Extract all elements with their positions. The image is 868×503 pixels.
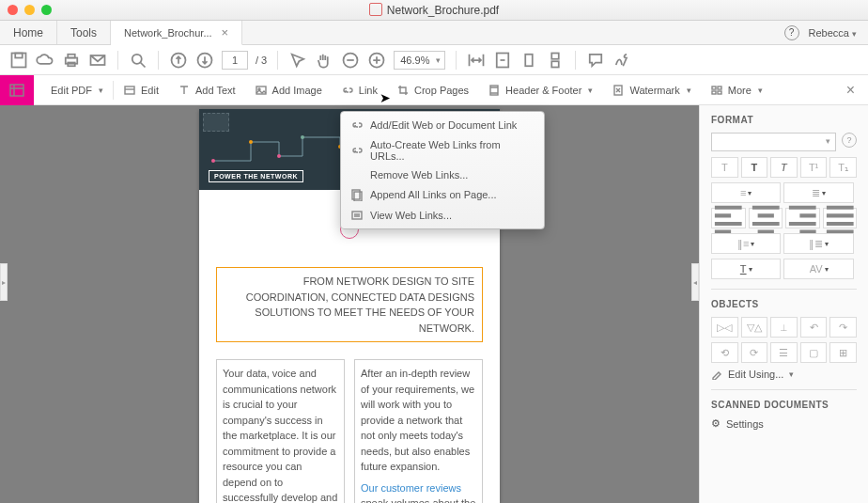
align-left-button[interactable] bbox=[711, 208, 746, 228]
crop-button[interactable]: ⟂ bbox=[770, 317, 798, 338]
zoom-select[interactable]: 46.9% bbox=[394, 51, 445, 70]
zoom-in-icon[interactable] bbox=[367, 51, 386, 70]
svg-point-28 bbox=[301, 135, 304, 139]
line-spacing-select[interactable]: ‖≡ ▾ bbox=[711, 233, 781, 254]
view-scroll-icon[interactable] bbox=[546, 51, 565, 70]
svg-rect-1 bbox=[15, 53, 23, 57]
menu-append-links[interactable]: Append All Links on Page... bbox=[341, 184, 544, 205]
cloud-icon[interactable] bbox=[36, 51, 54, 70]
add-text-button[interactable]: Add Text bbox=[168, 75, 245, 104]
bullet-list-button[interactable]: ≡ ▾ bbox=[711, 182, 781, 203]
headline-box: FROM NETWORK DESIGN TO SITE COORDINATION… bbox=[216, 267, 483, 342]
svg-rect-15 bbox=[10, 85, 23, 96]
gear-icon: ⚙ bbox=[711, 417, 721, 430]
svg-rect-21 bbox=[712, 86, 716, 89]
svg-rect-22 bbox=[718, 86, 721, 89]
close-editbar-button[interactable]: × bbox=[833, 82, 868, 99]
svg-point-27 bbox=[277, 154, 281, 158]
svg-rect-35 bbox=[352, 212, 362, 219]
app-tabs: Home Tools Network_Brochur... × ? Rebecc… bbox=[0, 21, 868, 45]
flip-horizontal-button[interactable]: ▷◁ bbox=[711, 317, 738, 338]
align-objects-button[interactable]: ⊞ bbox=[829, 342, 857, 363]
svg-point-26 bbox=[249, 140, 253, 144]
main-toolbar: 1 / 3 46.9% bbox=[0, 45, 868, 75]
save-icon[interactable] bbox=[9, 51, 28, 70]
sign-icon[interactable] bbox=[612, 51, 631, 70]
window-titlebar: Network_Brochure.pdf bbox=[0, 0, 868, 21]
search-icon[interactable] bbox=[129, 51, 147, 70]
scanned-settings-button[interactable]: ⚙ Settings bbox=[711, 417, 857, 430]
superscript-button[interactable]: T¹ bbox=[800, 157, 828, 178]
link-customer-reviews[interactable]: Our customer reviews bbox=[361, 482, 461, 494]
tab-tools[interactable]: Tools bbox=[57, 21, 111, 44]
left-panel-toggle[interactable]: ▸ bbox=[0, 263, 8, 301]
mail-icon[interactable] bbox=[88, 51, 107, 70]
svg-rect-3 bbox=[68, 54, 75, 57]
numbered-list-button[interactable]: ≣ ▾ bbox=[783, 182, 853, 203]
close-tab-icon[interactable]: × bbox=[222, 25, 229, 39]
format-panel: FORMAT ? T T T T¹ T₁ ≡ ▾ ≣ ▾ ‖≡ ▾ ‖≣ ▾ T… bbox=[699, 105, 868, 503]
rotate-right-button[interactable]: ↷ bbox=[829, 317, 857, 338]
watermark-dropdown[interactable]: Watermark▾ bbox=[602, 75, 700, 104]
window-title: Network_Brochure.pdf bbox=[0, 3, 868, 17]
font-family-select[interactable] bbox=[711, 133, 836, 151]
tab-document[interactable]: Network_Brochur... × bbox=[111, 21, 242, 45]
rotate-cw-button[interactable]: ⟳ bbox=[741, 342, 768, 363]
help-button[interactable]: ? bbox=[784, 25, 799, 40]
edit-mode-indicator[interactable] bbox=[0, 75, 34, 105]
align-justify-button[interactable] bbox=[823, 208, 858, 228]
font-bold-button[interactable]: T bbox=[741, 157, 768, 178]
rotate-left-button[interactable]: ↶ bbox=[800, 317, 828, 338]
fit-page-icon[interactable] bbox=[493, 51, 512, 70]
replace-image-button[interactable]: ▢ bbox=[800, 342, 828, 363]
scanned-header: SCANNED DOCUMENTS bbox=[711, 400, 857, 410]
page-up-icon[interactable] bbox=[169, 51, 188, 70]
page-down-icon[interactable] bbox=[195, 51, 214, 70]
column-right: After an in-depth review of your require… bbox=[354, 359, 483, 503]
flip-vertical-button[interactable]: ▽△ bbox=[741, 317, 768, 338]
page-number-input[interactable]: 1 bbox=[222, 51, 248, 70]
rotate-ccw-button[interactable]: ⟲ bbox=[711, 342, 738, 363]
align-right-button[interactable] bbox=[785, 208, 820, 228]
edit-button[interactable]: Edit bbox=[114, 75, 168, 104]
text-color-select[interactable]: T ▾ bbox=[711, 259, 781, 279]
zoom-out-icon[interactable] bbox=[341, 51, 360, 70]
svg-rect-16 bbox=[125, 86, 134, 94]
tab-document-label: Network_Brochur... bbox=[124, 27, 212, 39]
font-regular-button[interactable]: T bbox=[711, 157, 738, 178]
column-left: Your data, voice and communications netw… bbox=[216, 359, 345, 503]
format-header: FORMAT bbox=[711, 115, 857, 125]
comment-icon[interactable] bbox=[586, 51, 605, 70]
svg-rect-0 bbox=[12, 53, 26, 67]
menu-remove-links[interactable]: Remove Web Links... bbox=[341, 165, 544, 184]
font-italic-button[interactable]: T bbox=[770, 157, 798, 178]
align-center-button[interactable] bbox=[749, 208, 783, 228]
select-tool-icon[interactable] bbox=[288, 51, 307, 70]
print-icon[interactable] bbox=[62, 51, 81, 70]
page-total-label: / 3 bbox=[256, 55, 267, 66]
header-footer-dropdown[interactable]: Header & Footer▾ bbox=[478, 75, 602, 104]
svg-rect-14 bbox=[552, 61, 560, 67]
add-image-button[interactable]: Add Image bbox=[245, 75, 332, 104]
link-dropdown-menu: Add/Edit Web or Document Link Auto-Creat… bbox=[340, 111, 545, 229]
svg-rect-13 bbox=[552, 53, 560, 58]
crop-pages-button[interactable]: Crop Pages bbox=[387, 75, 478, 104]
fit-width-icon[interactable] bbox=[467, 51, 486, 70]
menu-auto-create-links[interactable]: Auto-Create Web Links from URLs... bbox=[341, 135, 544, 165]
more-dropdown[interactable]: More▾ bbox=[701, 75, 772, 104]
subscript-button[interactable]: T₁ bbox=[829, 157, 857, 178]
char-spacing-select[interactable]: AV ▾ bbox=[783, 259, 853, 279]
edit-pdf-dropdown[interactable]: Edit PDF▾ bbox=[41, 75, 113, 104]
svg-point-25 bbox=[211, 159, 215, 163]
view-single-icon[interactable] bbox=[519, 51, 538, 70]
edit-using-button[interactable]: Edit Using...▾ bbox=[711, 369, 857, 380]
format-help-icon[interactable]: ? bbox=[842, 133, 857, 148]
user-menu[interactable]: Rebecca ▾ bbox=[809, 27, 857, 39]
arrange-button[interactable]: ☰ bbox=[770, 342, 798, 363]
menu-view-links[interactable]: View Web Links... bbox=[341, 205, 544, 226]
menu-add-edit-link[interactable]: Add/Edit Web or Document Link bbox=[341, 115, 544, 135]
tab-home[interactable]: Home bbox=[0, 21, 57, 44]
paragraph-spacing-select[interactable]: ‖≣ ▾ bbox=[783, 233, 853, 254]
hand-tool-icon[interactable] bbox=[315, 51, 333, 70]
right-panel-toggle[interactable]: ◂ bbox=[691, 263, 699, 301]
